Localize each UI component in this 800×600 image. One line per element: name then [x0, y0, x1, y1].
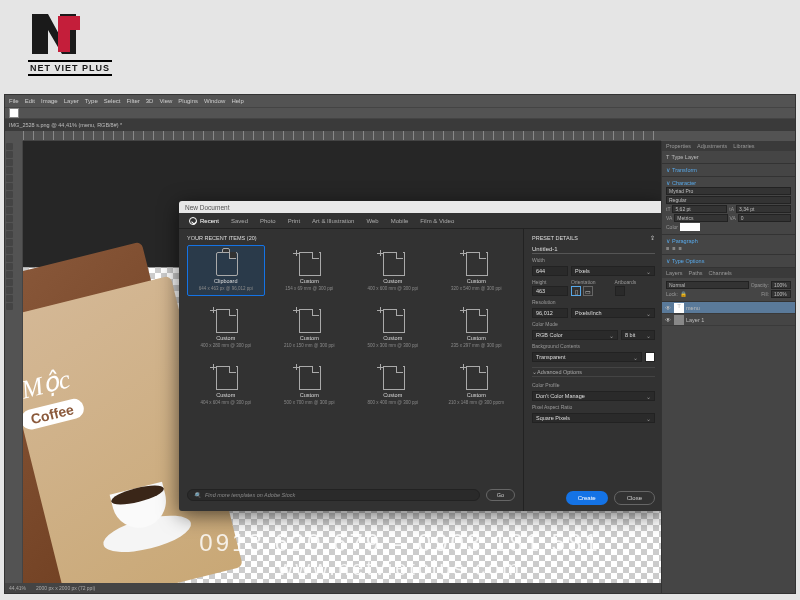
resolution-input[interactable]: 96,012	[532, 308, 568, 318]
layer-row[interactable]: 👁Layer 1	[662, 314, 795, 326]
orient-portrait[interactable]: ▯	[571, 286, 581, 296]
align-left-icon[interactable]: ≡	[666, 245, 669, 251]
color-mode-select[interactable]: RGB Color	[532, 330, 618, 340]
resolution-unit-select[interactable]: Pixels/Inch	[571, 308, 655, 318]
menu-file[interactable]: File	[9, 98, 19, 104]
tab-channels[interactable]: Channels	[709, 270, 732, 276]
fill-input[interactable]: 100%	[771, 290, 791, 298]
tab-properties[interactable]: Properties	[666, 143, 691, 149]
menu-image[interactable]: Image	[41, 98, 58, 104]
swatch-icon[interactable]	[9, 108, 19, 118]
close-button[interactable]: Close	[614, 491, 655, 505]
tool-pen[interactable]	[6, 263, 13, 270]
tool-type[interactable]	[6, 271, 13, 278]
tool-frame[interactable]	[6, 183, 13, 190]
height-input[interactable]: 463	[532, 286, 568, 296]
preset-card[interactable]: Custom500 x 700 mm @ 300 ppi	[271, 359, 349, 410]
background-select[interactable]: Transparent	[532, 352, 642, 362]
menu-filter[interactable]: Filter	[126, 98, 139, 104]
tool-zoom[interactable]	[6, 303, 13, 310]
tab-art[interactable]: Art & Illustration	[312, 218, 354, 224]
tool-eyedrop[interactable]	[6, 191, 13, 198]
font-size-input[interactable]: 5,62 pt	[672, 205, 727, 213]
tab-photo[interactable]: Photo	[260, 218, 276, 224]
preset-card[interactable]: Custom154 x 69 mm @ 300 ppi	[271, 245, 349, 296]
tool-history[interactable]	[6, 223, 13, 230]
blend-mode-select[interactable]: Normal	[666, 281, 749, 289]
preset-card[interactable]: Custom320 x 540 mm @ 300 ppi	[438, 245, 516, 296]
opacity-input[interactable]: 100%	[771, 281, 791, 289]
pixel-aspect-select[interactable]: Square Pixels	[532, 413, 655, 423]
tool-crop[interactable]	[6, 175, 13, 182]
tool-dodge[interactable]	[6, 255, 13, 262]
width-unit-select[interactable]: Pixels	[571, 266, 655, 276]
preset-card[interactable]: Custom800 x 400 mm @ 300 ppi	[354, 359, 432, 410]
preset-card[interactable]: Clipboard644 x 463 px @ 96,012 ppi	[187, 245, 265, 296]
stock-search-input[interactable]: 🔍 Find more templates on Adobe Stock	[187, 489, 480, 501]
tool-brush[interactable]	[6, 207, 13, 214]
tool-heal[interactable]	[6, 199, 13, 206]
tab-adjustments[interactable]: Adjustments	[697, 143, 727, 149]
preset-card[interactable]: Custom235 x 297 mm @ 300 ppi	[438, 302, 516, 353]
tab-layers[interactable]: Layers	[666, 270, 683, 276]
tracking-input[interactable]: 0	[738, 214, 791, 222]
menu-window[interactable]: Window	[204, 98, 225, 104]
color-depth-select[interactable]: 8 bit	[621, 330, 655, 340]
background-swatch[interactable]	[645, 352, 655, 362]
kerning-select[interactable]: Metrics	[674, 214, 727, 222]
export-preset-icon[interactable]: ⇪	[650, 235, 655, 241]
menu-edit[interactable]: Edit	[25, 98, 35, 104]
font-style-select[interactable]: Regular	[666, 196, 791, 204]
layer-row[interactable]: 👁Tmenu	[662, 302, 795, 314]
tool-eraser[interactable]	[6, 231, 13, 238]
visibility-icon[interactable]: 👁	[664, 304, 672, 312]
tab-print[interactable]: Print	[288, 218, 300, 224]
preset-card[interactable]: Custom404 x 604 mm @ 300 ppi	[187, 359, 265, 410]
color-swatch[interactable]	[680, 223, 700, 231]
lock-all-icon[interactable]: 🔒	[680, 291, 687, 297]
menu-help[interactable]: Help	[231, 98, 243, 104]
font-family-select[interactable]: Myriad Pro	[666, 187, 791, 195]
paragraph-section[interactable]: Paragraph	[672, 238, 698, 244]
align-right-icon[interactable]: ≡	[678, 245, 681, 251]
zoom-level[interactable]: 44,41%	[9, 585, 26, 591]
width-input[interactable]: 644	[532, 266, 568, 276]
menu-type[interactable]: Type	[85, 98, 98, 104]
tab-recent[interactable]: Recent	[189, 217, 219, 225]
tool-gradient[interactable]	[6, 239, 13, 246]
preset-card[interactable]: Custom210 x 150 mm @ 300 ppi	[271, 302, 349, 353]
tool-marquee[interactable]	[6, 151, 13, 158]
preset-card[interactable]: Custom400 x 280 mm @ 300 ppi	[187, 302, 265, 353]
preset-card[interactable]: Custom210 x 148 mm @ 300 ppcm	[438, 359, 516, 410]
advanced-toggle[interactable]: ⌄ Advanced Options	[532, 367, 655, 377]
tool-move[interactable]	[6, 143, 13, 150]
preset-card[interactable]: Custom400 x 600 mm @ 300 ppi	[354, 245, 432, 296]
character-section[interactable]: Character	[672, 180, 696, 186]
artboards-checkbox[interactable]	[615, 286, 625, 296]
tool-wand[interactable]	[6, 167, 13, 174]
tool-blur[interactable]	[6, 247, 13, 254]
tool-lasso[interactable]	[6, 159, 13, 166]
menu-3d[interactable]: 3D	[146, 98, 154, 104]
orient-landscape[interactable]: ▭	[583, 286, 593, 296]
menu-view[interactable]: View	[159, 98, 172, 104]
leading-input[interactable]: 3,34 pt	[736, 205, 791, 213]
stock-go-button[interactable]: Go	[486, 489, 515, 501]
tab-paths[interactable]: Paths	[689, 270, 703, 276]
tab-saved[interactable]: Saved	[231, 218, 248, 224]
tool-shape[interactable]	[6, 287, 13, 294]
menu-plugins[interactable]: Plugins	[178, 98, 198, 104]
menu-select[interactable]: Select	[104, 98, 121, 104]
tab-libraries[interactable]: Libraries	[733, 143, 754, 149]
tab-web[interactable]: Web	[366, 218, 378, 224]
color-profile-select[interactable]: Don't Color Manage	[532, 391, 655, 401]
tool-stamp[interactable]	[6, 215, 13, 222]
menu-layer[interactable]: Layer	[64, 98, 79, 104]
tool-path[interactable]	[6, 279, 13, 286]
tab-film[interactable]: Film & Video	[420, 218, 454, 224]
tool-hand[interactable]	[6, 295, 13, 302]
tab-mobile[interactable]: Mobile	[391, 218, 409, 224]
create-button[interactable]: Create	[566, 491, 608, 505]
type-options-section[interactable]: Type Options	[672, 258, 704, 264]
canvas-area[interactable]: Mộc Coffee New Document Recent Saved Pho…	[23, 141, 661, 593]
